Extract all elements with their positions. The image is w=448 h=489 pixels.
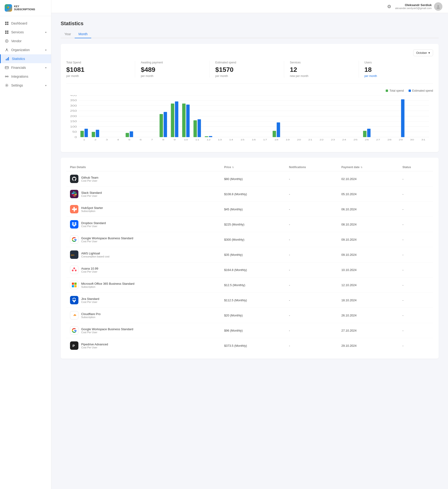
plan-cell-google_ws2: Google Workspace Business Standard Cost … xyxy=(66,323,221,338)
service-cell: Google Workspace Business Standard Cost … xyxy=(70,326,217,335)
sidebar: KEY SUBSCRIPTIONS Dashboard Services ▾ V… xyxy=(0,0,51,489)
avatar xyxy=(434,2,442,11)
sidebar-item-statistics[interactable]: Statistics xyxy=(0,54,51,63)
svg-text:17: 17 xyxy=(263,139,267,141)
kpi-value-services: 12 xyxy=(290,66,353,73)
table-row: Slack Standard Cost Per User $108.8 (Mon… xyxy=(66,187,433,202)
notifications-cell-aws: - xyxy=(285,247,338,262)
svg-text:28: 28 xyxy=(387,139,391,141)
service-cell: Github Team Cost Per User xyxy=(70,175,217,183)
sidebar-item-financials[interactable]: Financials ▾ xyxy=(0,63,51,72)
month-selector[interactable]: October ▾ xyxy=(413,49,433,56)
plan-cell-slack: Slack Standard Cost Per User xyxy=(66,187,221,202)
settings-icon xyxy=(5,83,9,88)
svg-rect-87 xyxy=(367,129,371,137)
kpi-sub-services: new per month xyxy=(290,74,353,78)
service-cell: aws AWS Lightsail Consumption based cost xyxy=(70,251,217,259)
tab-year[interactable]: Year xyxy=(61,30,75,38)
status-cell-msoffice: - xyxy=(399,277,433,293)
table-row: aws AWS Lightsail Consumption based cost… xyxy=(66,247,433,262)
service-cell: Cloudflare Pro Subscription xyxy=(70,311,217,319)
status-cell-hubspot: - xyxy=(399,202,433,217)
svg-rect-52 xyxy=(130,131,133,137)
sidebar-item-label: Organization xyxy=(11,48,30,52)
service-type-dropbox: Cost Per User xyxy=(81,225,106,228)
legend-item-total_spend: Total spend xyxy=(386,89,404,92)
services-icon xyxy=(5,30,9,34)
svg-rect-59 xyxy=(171,104,174,137)
logo-text: KEY SUBSCRIPTIONS xyxy=(14,5,35,11)
price-cell-cloudflare: $20 (Monthly) xyxy=(221,308,285,323)
svg-rect-15 xyxy=(7,58,8,60)
user-profile[interactable]: Oleksandr Serdiuk alexander.serdyuk3@gma… xyxy=(395,2,442,11)
svg-text:7: 7 xyxy=(151,139,153,141)
sidebar-item-settings[interactable]: Settings ▾ xyxy=(0,81,51,90)
svg-text:15: 15 xyxy=(240,139,244,141)
svg-point-96 xyxy=(73,268,75,269)
tabs: YearMonth xyxy=(61,30,439,38)
service-logo-dropbox xyxy=(70,220,78,228)
svg-rect-10 xyxy=(7,33,8,34)
col-header-payment_date[interactable]: Payment date⇅ xyxy=(338,163,399,171)
svg-point-12 xyxy=(6,41,7,41)
kpi-label-users: Users xyxy=(365,61,427,64)
chevron-down-icon: ▾ xyxy=(45,84,46,87)
service-logo-google_ws2 xyxy=(70,326,78,335)
sidebar-item-dashboard[interactable]: Dashboard xyxy=(0,19,51,28)
status-cell-google_ws2: - xyxy=(399,323,433,338)
svg-text:250: 250 xyxy=(70,110,77,112)
svg-point-24 xyxy=(437,7,440,9)
svg-rect-101 xyxy=(72,285,74,287)
notifications-cell-pipedrive: - xyxy=(285,338,338,353)
plan-cell-google_ws1: Google Workspace Business Standard Cost … xyxy=(66,232,221,247)
sort-icon: ⇅ xyxy=(360,166,362,169)
service-cell: HubSpot Starter Subscription xyxy=(70,205,217,213)
service-type-cloudflare: Subscription xyxy=(81,316,100,318)
status-cell-github: - xyxy=(399,171,433,187)
payment-date-cell-dropbox: 08.10.2024 xyxy=(338,217,399,232)
chevron-down-icon: ▾ xyxy=(45,31,46,33)
sidebar-item-vendor[interactable]: Vendor xyxy=(0,37,51,45)
svg-rect-9 xyxy=(5,33,7,34)
sidebar-logo: KEY SUBSCRIPTIONS xyxy=(0,0,51,16)
service-cell: Microsoft Office 365 Business Standard S… xyxy=(70,281,217,289)
svg-text:3: 3 xyxy=(106,139,108,141)
tab-month[interactable]: Month xyxy=(75,30,91,38)
notifications-cell-asana: - xyxy=(285,262,338,277)
table-row: Google Workspace Business Standard Cost … xyxy=(66,232,433,247)
sidebar-item-services[interactable]: Services ▾ xyxy=(0,28,51,37)
svg-rect-100 xyxy=(75,283,76,285)
status-cell-google_ws1: - xyxy=(399,232,433,247)
sort-icon: ⇅ xyxy=(232,166,234,169)
service-info-msoffice: Microsoft Office 365 Business Standard S… xyxy=(81,282,134,288)
svg-text:10: 10 xyxy=(184,139,188,141)
notifications-cell-jira: - xyxy=(285,293,338,308)
status-cell-asana: - xyxy=(399,262,433,277)
service-cell: P Pipedrive Advanced Cost Per User xyxy=(70,341,217,350)
svg-point-98 xyxy=(75,269,76,271)
plan-cell-asana: Asana 10.99 Cost Per User xyxy=(66,262,221,277)
price-cell-asana: $164.8 (Monthly) xyxy=(221,262,285,277)
svg-point-97 xyxy=(72,269,74,271)
col-header-notifications: Notifications xyxy=(285,163,338,171)
sidebar-item-integrations[interactable]: Integrations xyxy=(0,72,51,81)
payment-date-cell-hubspot: 06.10.2024 xyxy=(338,202,399,217)
col-header-plan: Plan Details xyxy=(66,163,221,171)
organization-icon xyxy=(5,48,9,52)
sidebar-item-organization[interactable]: Organization ▾ xyxy=(0,45,51,54)
svg-rect-4 xyxy=(7,22,8,23)
svg-text:20: 20 xyxy=(297,139,301,141)
service-name-github: Github Team xyxy=(81,176,98,179)
service-logo-jira xyxy=(70,296,78,304)
svg-point-19 xyxy=(5,76,7,77)
kpi-card-total_spend: Total Spend $1081 per month xyxy=(66,61,135,78)
svg-rect-91 xyxy=(401,99,405,137)
notifications-cell-github: - xyxy=(285,171,338,187)
col-header-price[interactable]: Price⇅ xyxy=(221,163,285,171)
svg-point-23 xyxy=(437,5,439,7)
settings-icon-btn[interactable]: ⚙ xyxy=(387,4,391,9)
status-cell-dropbox: - xyxy=(399,217,433,232)
month-selector-row: October ▾ xyxy=(66,49,433,56)
service-info-google_ws2: Google Workspace Business Standard Cost … xyxy=(81,327,133,334)
svg-rect-76 xyxy=(273,131,276,137)
